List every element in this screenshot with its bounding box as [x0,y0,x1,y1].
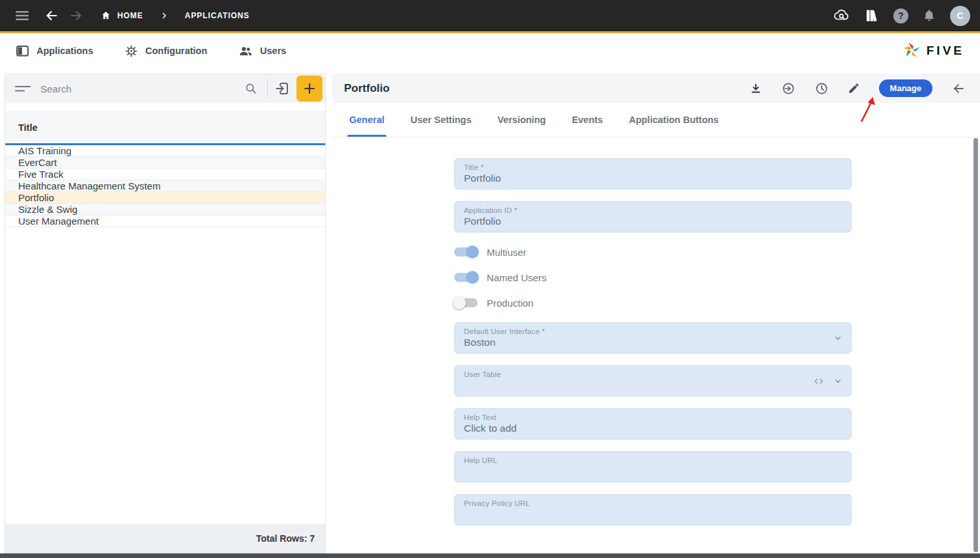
detail-title: Portfolio [344,82,390,95]
help-url-field[interactable]: Help URL [454,451,852,482]
help-icon[interactable]: ? [893,8,908,23]
search-input[interactable] [40,83,241,94]
named-users-toggle-row: Named Users [454,270,852,285]
configuration-gear-icon [124,44,138,58]
back-arrow-icon[interactable] [44,8,59,23]
application-id-field[interactable]: Application ID * Portfolio [454,201,852,232]
detail-tabs: General User Settings Versioning Events … [332,103,980,137]
toggle-knob [453,296,466,309]
forward-arrow-icon[interactable] [69,8,83,23]
menu-item-configuration[interactable]: Configuration [124,44,207,58]
help-text-field[interactable]: Help Text Click to add [454,408,852,439]
code-icon[interactable] [813,375,825,387]
tab-versioning[interactable]: Versioning [497,103,545,137]
list-item[interactable]: Healthcare Management System [5,180,325,192]
application-detail-panel: Portfolio Manage [332,74,980,553]
manage-button[interactable]: Manage [879,79,932,97]
tab-application-buttons[interactable]: Application Buttons [629,103,719,137]
total-rows-footer: Total Rows: 7 [5,524,325,553]
production-toggle-row: Production [454,295,852,311]
list-empty-space [5,227,325,524]
users-icon [238,44,253,57]
edit-pencil-icon[interactable] [848,82,860,94]
breadcrumb-home-label: HOME [117,11,143,20]
list-item[interactable]: User Management [5,216,325,227]
history-clock-icon[interactable] [814,81,829,96]
list-item[interactable]: Portfolio [5,192,325,204]
field-value: Portfolio [464,216,842,227]
five-logo-text: FIVE [927,44,964,58]
multiuser-toggle-row: Multiuser [454,244,852,260]
content: Title AIS Training EverCart Five Track H… [0,68,980,553]
collapse-panel-arrow-icon[interactable] [951,81,966,96]
menu-item-label: Users [260,46,286,56]
vertical-scrollbar[interactable] [973,138,978,552]
field-value: Click to add [464,423,842,434]
tab-user-settings[interactable]: User Settings [411,103,471,137]
menu-item-applications[interactable]: Applications [16,44,93,57]
topbar: HOME APPLICATIONS ? C [0,0,980,33]
field-value: Boston [464,337,842,348]
list-item[interactable]: EverCart [5,157,325,169]
multiuser-toggle[interactable] [454,247,478,257]
toggle-label: Production [487,298,534,309]
download-icon[interactable] [749,82,762,95]
list-item[interactable]: AIS Training [5,145,325,157]
toolbar-divider [267,79,268,98]
field-label: User Table [464,370,842,378]
search-toolbar [5,74,325,103]
applications-list-panel: Title AIS Training EverCart Five Track H… [5,74,326,553]
horizontal-scrollbar[interactable] [0,553,980,558]
avatar[interactable]: C [950,6,970,26]
general-form: Title * Portfolio Application ID * Portf… [332,137,980,553]
toggle-group: Multiuser Named Users Production [454,244,852,311]
select-record-icon[interactable] [274,81,290,96]
title-field[interactable]: Title * Portfolio [454,158,852,189]
breadcrumb-section-label[interactable]: APPLICATIONS [185,11,250,20]
privacy-policy-url-field[interactable]: Privacy Policy URL [454,494,852,525]
chevron-down-icon[interactable] [831,331,844,344]
menu-item-label: Applications [36,46,93,56]
list-column-header[interactable]: Title [5,111,325,145]
field-label: Help URL [464,456,842,464]
applications-icon [16,44,29,57]
toggle-label: Multiuser [487,247,526,258]
five-logo: FIVE [902,41,964,61]
notifications-bell-icon[interactable] [922,8,936,23]
default-user-interface-field[interactable]: Default User Interface * Boston [454,322,852,354]
menubar: Applications Configuration Users FIVE [0,33,980,68]
named-users-toggle[interactable] [454,273,478,282]
toggle-knob [466,245,479,258]
detail-header: Portfolio Manage [332,74,980,103]
search-icon[interactable] [241,81,261,96]
breadcrumb-home[interactable]: HOME [100,10,143,21]
menu-icon[interactable] [16,10,29,21]
field-label: Help Text [464,413,842,421]
toggle-label: Named Users [487,272,547,283]
toggle-knob [466,271,479,284]
production-toggle[interactable] [454,298,478,307]
chevron-down-icon[interactable] [831,374,844,387]
field-label: Application ID * [464,206,842,214]
menu-item-users[interactable]: Users [238,44,286,57]
add-application-button[interactable] [296,76,323,102]
tab-general[interactable]: General [349,103,384,137]
list-item[interactable]: Sizzle & Swig [5,204,325,216]
list-item[interactable]: Five Track [5,169,325,180]
field-label: Title * [464,163,842,171]
library-books-icon[interactable] [864,8,880,23]
filter-icon[interactable] [14,83,31,94]
field-label: Privacy Policy URL [464,499,842,507]
user-table-field[interactable]: User Table [454,365,852,397]
run-app-icon[interactable] [781,81,796,96]
tab-events[interactable]: Events [572,103,603,137]
field-value: Portfolio [464,173,842,184]
field-label: Default User Interface * [464,328,842,335]
menu-item-label: Configuration [145,46,207,56]
applications-list: AIS Training EverCart Five Track Healthc… [5,145,325,227]
five-logo-pinwheel-icon [902,41,922,61]
breadcrumb-chevron-icon [160,12,168,20]
preview-cloud-search-icon[interactable] [833,8,850,23]
home-icon [100,10,111,21]
